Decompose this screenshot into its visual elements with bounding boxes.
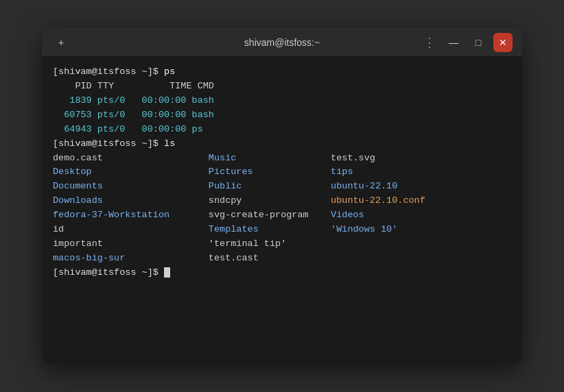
terminal-line: [shivam@itsfoss ~]$ ls (53, 137, 511, 151)
cursor-block (164, 267, 170, 278)
terminal-window: + shivam@itsfoss:~ ⋮ — □ ✕ [shivam@itsfo… (42, 28, 522, 364)
title-bar-right: ⋮ — □ ✕ (421, 33, 513, 52)
terminal-line: Documents Public ubuntu-22.10 (53, 180, 511, 194)
terminal-line: Desktop Pictures tips (53, 165, 511, 180)
menu-icon[interactable]: ⋮ (421, 35, 438, 50)
terminal-body: [shivam@itsfoss ~]$ ps PID TTY TIME CMD … (42, 57, 522, 364)
minimize-button[interactable]: — (444, 33, 463, 52)
title-bar-left: + (51, 33, 71, 52)
title-bar: + shivam@itsfoss:~ ⋮ — □ ✕ (42, 28, 522, 57)
terminal-line: important 'terminal tip' (53, 237, 511, 252)
terminal-line: 64943 pts/0 00:00:00 ps (53, 123, 511, 137)
terminal-line: PID TTY TIME CMD (53, 79, 511, 94)
window-title: shivam@itsfoss:~ (244, 37, 320, 48)
add-tab-button[interactable]: + (51, 33, 71, 52)
terminal-line: fedora-37-Workstation svg-create-program… (53, 208, 511, 223)
terminal-line: Downloads sndcpy ubuntu-22.10.conf (53, 194, 511, 208)
terminal-line: [shivam@itsfoss ~]$ ps (53, 65, 511, 79)
terminal-line: 60753 pts/0 00:00:00 bash (53, 108, 511, 123)
close-button[interactable]: ✕ (493, 33, 513, 52)
terminal-line: 1839 pts/0 00:00:00 bash (53, 94, 511, 108)
terminal-line: id Templates 'Windows 10' (53, 223, 511, 237)
terminal-line: macos-big-sur test.cast (53, 252, 511, 266)
terminal-line: demo.cast Music test.svg (53, 151, 511, 166)
maximize-button[interactable]: □ (469, 33, 488, 52)
terminal-prompt-cursor[interactable]: [shivam@itsfoss ~]$ (53, 266, 511, 280)
